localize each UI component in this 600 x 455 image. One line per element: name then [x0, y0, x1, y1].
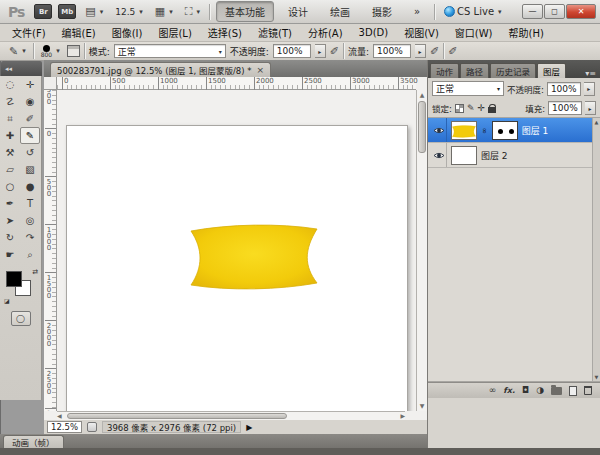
tool-elliptical-marquee[interactable]: ◌	[0, 76, 20, 93]
close-button[interactable]: ✕	[566, 4, 596, 19]
tab-layers[interactable]: 图层	[537, 63, 566, 78]
canvas-pasteboard[interactable]	[57, 90, 416, 411]
quick-mask-button[interactable]: ◯	[11, 311, 31, 326]
layer-row-1[interactable]: ∞ 图层 1	[428, 118, 600, 143]
opacity-slider-button[interactable]	[315, 44, 326, 58]
layer-style-icon[interactable]: fx.	[503, 387, 515, 395]
layer-fill-input[interactable]: 100%	[548, 101, 582, 115]
opacity-input[interactable]: 100%	[273, 44, 311, 58]
tools-panel-collapse-button[interactable]: ◂◂	[1, 61, 42, 76]
layer-row-2[interactable]: 图层 2	[428, 143, 600, 168]
layer-name[interactable]: 图层 2	[481, 149, 508, 162]
screen-mode-button[interactable]: ⛶	[182, 5, 203, 18]
visibility-toggle[interactable]	[431, 118, 447, 142]
tool-quick-selection[interactable]: ◉	[20, 93, 40, 110]
vertical-scrollbar[interactable]: ▲ ▼	[416, 90, 427, 411]
animation-frames-tab[interactable]: 动画（帧）	[3, 435, 64, 448]
workspace-overflow-button[interactable]: »	[406, 4, 428, 19]
scroll-down-icon[interactable]: ▼	[417, 401, 427, 411]
document-tab[interactable]: 500283791.jpg @ 12.5% (图层 1, 图层蒙版/8) * ×	[50, 62, 271, 77]
tab-paths[interactable]: 路径	[460, 63, 489, 78]
layer-name[interactable]: 图层 1	[522, 124, 549, 137]
canvas-page[interactable]	[66, 125, 408, 411]
workspace-painting-button[interactable]: 绘画	[322, 2, 358, 21]
menu-help[interactable]: 帮助(H)	[501, 25, 552, 40]
layer-thumbnail[interactable]	[451, 121, 477, 140]
lock-transparency-icon[interactable]	[455, 104, 464, 113]
menu-window[interactable]: 窗口(W)	[447, 25, 501, 40]
tool-3d-object-rotate[interactable]: ↻	[0, 229, 20, 246]
tool-eraser[interactable]: ▱	[0, 161, 20, 178]
flow-input[interactable]: 100%	[373, 44, 411, 58]
horizontal-scrollbar[interactable]: ◀ ▶	[57, 411, 405, 420]
arrange-documents-button[interactable]: ▦	[152, 5, 176, 18]
scroll-up-icon[interactable]: ▲	[417, 90, 427, 100]
tool-pen[interactable]: ✒	[0, 195, 20, 212]
vertical-scroll-thumb[interactable]	[418, 101, 426, 153]
layer-thumbnail[interactable]	[451, 146, 477, 165]
layer-opacity-input[interactable]: 100%	[547, 82, 581, 96]
delete-layer-icon[interactable]	[584, 386, 592, 395]
bridge-button[interactable]: Br	[34, 4, 52, 19]
panel-scrollbar[interactable]: ▲ ▼	[592, 118, 600, 381]
link-layers-icon[interactable]: ∞	[489, 386, 497, 395]
tool-type[interactable]: T	[20, 195, 40, 212]
tool-ellipse-shape[interactable]: ◎	[20, 212, 40, 229]
menu-filter[interactable]: 滤镜(T)	[250, 25, 300, 40]
tool-lasso[interactable]: ☡	[0, 93, 20, 110]
swap-colors-icon[interactable]: ⇄	[32, 268, 38, 276]
flow-slider-button[interactable]	[415, 44, 426, 58]
tool-blur[interactable]: ○	[0, 178, 20, 195]
tab-history[interactable]: 历史记录	[490, 63, 536, 78]
status-zoom-input[interactable]: 12.5%	[47, 421, 82, 433]
layer-mask-thumbnail[interactable]	[492, 121, 518, 140]
menu-image[interactable]: 图像(I)	[104, 25, 151, 40]
menu-file[interactable]: 文件(F)	[4, 25, 54, 40]
tab-actions[interactable]: 动作	[430, 63, 459, 78]
lock-paint-icon[interactable]: ✎	[467, 104, 475, 113]
visibility-toggle[interactable]	[431, 143, 447, 167]
scroll-down-icon[interactable]: ▼	[595, 374, 599, 380]
close-tab-icon[interactable]: ×	[257, 65, 265, 75]
maximize-button[interactable]: ◻	[544, 4, 565, 19]
airbrush-icon[interactable]: ✐	[330, 46, 339, 57]
minibridge-button[interactable]: Mb	[58, 4, 76, 19]
tool-dodge[interactable]: ●	[20, 178, 40, 195]
tool-path-selection[interactable]: ➤	[0, 212, 20, 229]
airbrush-toggle-icon[interactable]: ✐	[430, 46, 439, 57]
tool-move[interactable]: ✛	[20, 76, 40, 93]
blend-mode-select[interactable]: 正常 ▾	[114, 44, 226, 58]
layer-blend-mode-select[interactable]: 正常 ▾	[432, 81, 504, 96]
tool-gradient[interactable]: ▧	[20, 161, 40, 178]
scroll-up-icon[interactable]: ▲	[595, 119, 599, 125]
horizontal-scroll-thumb[interactable]	[67, 413, 287, 419]
workspace-design-button[interactable]: 设计	[280, 2, 316, 21]
default-colors-icon[interactable]: ◪	[4, 297, 10, 304]
status-menu-arrow-icon[interactable]: ▶	[246, 423, 252, 432]
lock-all-icon[interactable]	[488, 104, 496, 113]
scroll-right-icon[interactable]: ▶	[400, 412, 405, 420]
toggle-brush-panel-button[interactable]	[67, 45, 80, 57]
layer-fill-slider-button[interactable]	[585, 101, 596, 115]
tool-healing-brush[interactable]: ✚	[0, 127, 20, 144]
tablet-pressure-icon[interactable]: ✐	[448, 46, 457, 57]
menu-layer[interactable]: 图层(L)	[150, 25, 199, 40]
tool-hand[interactable]: ☛	[0, 246, 20, 263]
menu-analysis[interactable]: 分析(A)	[300, 25, 351, 40]
minimize-button[interactable]: —	[522, 4, 543, 19]
workspace-photography-button[interactable]: 摄影	[364, 2, 400, 21]
panel-menu-icon[interactable]: ▾≡	[585, 69, 598, 78]
tool-crop[interactable]: ⌗	[0, 110, 20, 127]
tool-3d-camera-rotate[interactable]: ↷	[20, 229, 40, 246]
tool-zoom[interactable]: ⌕	[20, 246, 40, 263]
brush-tool-preset-button[interactable]: ✎	[6, 45, 29, 58]
new-layer-icon[interactable]	[569, 386, 577, 396]
menu-view[interactable]: 视图(V)	[396, 25, 447, 40]
add-layer-mask-icon[interactable]: ◘	[522, 386, 529, 395]
lock-position-icon[interactable]: ✛	[477, 104, 485, 113]
tool-history-brush[interactable]: ↺	[20, 144, 40, 161]
foreground-color-swatch[interactable]	[6, 271, 22, 287]
tool-brush[interactable]: ✎	[20, 127, 40, 144]
menu-edit[interactable]: 编辑(E)	[54, 25, 104, 40]
view-extras-button[interactable]: ▤	[82, 5, 106, 18]
